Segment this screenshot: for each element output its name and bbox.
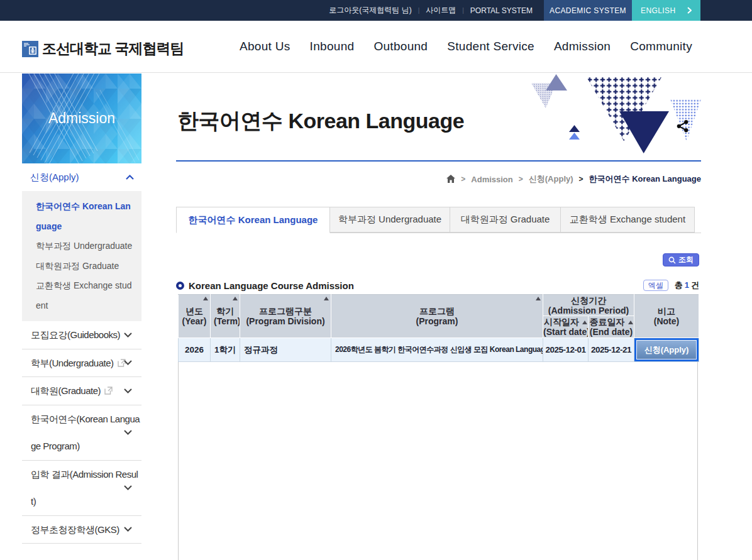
search-icon bbox=[668, 256, 676, 264]
sidebar-item-korean-language-program[interactable]: 한국어연수(Korean Language Program) bbox=[22, 405, 141, 461]
list-title: Korean Language Course Admission bbox=[189, 280, 354, 291]
sort-asc-icon[interactable] bbox=[628, 321, 633, 324]
university-emblem-icon bbox=[22, 41, 38, 57]
chevron-down-icon bbox=[124, 332, 132, 338]
header-cell-text: 학기(Term) bbox=[211, 306, 240, 326]
nav-outbound[interactable]: Outbound bbox=[373, 40, 428, 53]
chevron-down-icon bbox=[124, 388, 132, 393]
cell-term: 1학기 bbox=[211, 338, 240, 362]
cell-division: 정규과정 bbox=[240, 338, 331, 362]
total-count: 총1건 bbox=[675, 280, 699, 291]
header-cell-text: 신청기간(Admission Period) bbox=[543, 295, 634, 316]
breadcrumb-separator: > bbox=[519, 175, 523, 184]
excel-button[interactable]: 엑셀 bbox=[643, 280, 668, 291]
search-button-label: 조회 bbox=[678, 255, 694, 265]
academic-system-button[interactable]: ACADEMIC SYSTEM bbox=[544, 0, 632, 21]
sidebar-submenu: 한국어연수 Korean Language 학부과정 Undergraduate… bbox=[22, 191, 141, 321]
portal-system-link[interactable]: PORTAL SYSTEM bbox=[464, 0, 539, 21]
sidebar-apply-label: 신청(Apply) bbox=[30, 172, 79, 184]
tab-korean-language[interactable]: 한국어연수 Korean Language bbox=[176, 207, 330, 233]
sidebar-item-undergraduate[interactable]: 학부(Undergraduate) bbox=[22, 349, 141, 378]
nav-community[interactable]: Community bbox=[630, 40, 692, 53]
sort-asc-icon[interactable] bbox=[203, 297, 208, 300]
page-title: 한국어연수 Korean Language bbox=[177, 107, 464, 136]
nav-inbound[interactable]: Inbound bbox=[310, 40, 355, 53]
list-header: Korean Language Course Admission 엑셀 총1건 bbox=[176, 280, 699, 291]
breadcrumb-separator: > bbox=[579, 175, 583, 184]
breadcrumb: > Admission > 신청(Apply) > 한국어연수 Korean L… bbox=[446, 173, 701, 185]
submenu-exchange-student[interactable]: 교환학생 Exchange student bbox=[36, 276, 133, 316]
submenu-undergraduate[interactable]: 학부과정 Undergraduate bbox=[36, 236, 133, 256]
home-icon[interactable] bbox=[446, 175, 455, 183]
sidebar-item-apply[interactable]: 신청(Apply) bbox=[22, 163, 141, 191]
title-underline bbox=[176, 160, 701, 162]
results-table: 년도(Year) 학기(Term) 프로그램구분(Program Divisio… bbox=[178, 294, 699, 362]
tab-exchange-student[interactable]: 교환학생 Exchange student bbox=[561, 207, 695, 233]
header-cell-text: 시작일자(Start date) bbox=[543, 317, 588, 337]
cell-end-date: 2025-12-21 bbox=[589, 338, 634, 362]
cell-year: 2026 bbox=[179, 338, 211, 362]
logout-link[interactable]: 로그아웃(국제협력팀 님) bbox=[323, 0, 417, 21]
sidebar-banner: Admission bbox=[22, 74, 141, 163]
col-year: 년도(Year) bbox=[179, 295, 211, 338]
top-utility-bar: 로그아웃(국제협력팀 님) | 사이트맵 | PORTAL SYSTEM ACA… bbox=[0, 0, 752, 21]
col-division: 프로그램구분(Program Division) bbox=[240, 295, 331, 338]
results-grid: 년도(Year) 학기(Term) 프로그램구분(Program Divisio… bbox=[178, 294, 698, 560]
col-end-date: 종료일자(End date) bbox=[589, 316, 634, 338]
chevron-up-icon bbox=[126, 175, 134, 180]
submenu-graduate[interactable]: 대학원과정 Graduate bbox=[36, 256, 133, 277]
header-cell-text: 프로그램구분(Program Division) bbox=[240, 306, 331, 326]
col-admission-period: 신청기간(Admission Period) bbox=[543, 295, 634, 316]
chevron-down-icon bbox=[124, 485, 132, 490]
cell-start-date: 2025-12-01 bbox=[543, 338, 589, 362]
bullet-icon bbox=[176, 282, 184, 290]
breadcrumb-apply[interactable]: 신청(Apply) bbox=[529, 173, 573, 185]
logo-text: 조선대학교 국제협력팀 bbox=[42, 39, 184, 58]
col-term: 학기(Term) bbox=[211, 295, 240, 338]
col-note: 비고(Note) bbox=[634, 295, 699, 338]
search-button[interactable]: 조회 bbox=[663, 253, 699, 266]
sidebar: Admission 신청(Apply) 한국어연수 Korean Languag… bbox=[22, 74, 141, 544]
nav-admission[interactable]: Admission bbox=[554, 40, 611, 53]
table-row: 2026 1학기 정규과정 2026학년도 봄학기 한국어연수과정 신입생 모집… bbox=[179, 338, 699, 362]
breadcrumb-separator: > bbox=[461, 175, 465, 184]
sidebar-item-graduate[interactable]: 대학원(Graduate) bbox=[22, 377, 141, 405]
nav-student-service[interactable]: Student Service bbox=[447, 40, 534, 53]
sort-asc-icon[interactable] bbox=[324, 297, 329, 300]
tab-graduate[interactable]: 대학원과정 Graduate bbox=[450, 207, 561, 233]
tab-undergraduate[interactable]: 학부과정 Undergraduate bbox=[330, 207, 450, 233]
sort-asc-icon[interactable] bbox=[233, 297, 238, 300]
breadcrumb-admission[interactable]: Admission bbox=[471, 175, 512, 184]
sidebar-item-gks[interactable]: 정부초청장학생(GKS) bbox=[22, 516, 141, 544]
site-logo[interactable]: 조선대학교 국제협력팀 bbox=[22, 39, 184, 58]
page: 로그아웃(국제협력팀 님) | 사이트맵 | PORTAL SYSTEM ACA… bbox=[0, 0, 752, 560]
total-count-number: 1 bbox=[685, 280, 689, 290]
sitemap-link[interactable]: 사이트맵 bbox=[419, 0, 462, 21]
cell-program[interactable]: 2026학년도 봄학기 한국어연수과정 신입생 모집 Korean Langua… bbox=[331, 338, 543, 362]
nav-about-us[interactable]: About Us bbox=[240, 40, 290, 53]
cell-note: 신청(Apply) bbox=[634, 338, 699, 362]
triangle-decoration bbox=[531, 74, 701, 155]
apply-button[interactable]: 신청(Apply) bbox=[634, 338, 699, 361]
submenu-korean-language[interactable]: 한국어연수 Korean Language bbox=[36, 197, 133, 236]
english-button[interactable]: ENGLISH bbox=[632, 0, 700, 21]
header-cell-text: 비고(Note) bbox=[634, 306, 699, 326]
header-cell-text: 종료일자(End date) bbox=[589, 317, 634, 337]
list-header-right: 엑셀 총1건 bbox=[643, 280, 699, 291]
english-label: ENGLISH bbox=[641, 6, 675, 15]
sidebar-banner-title: Admission bbox=[22, 74, 141, 163]
col-start-date: 시작일자(Start date) bbox=[543, 316, 589, 338]
breadcrumb-current: 한국어연수 Korean Language bbox=[589, 173, 701, 185]
header-cell-text: 프로그램(Program) bbox=[331, 306, 543, 326]
share-icon[interactable] bbox=[676, 119, 690, 133]
chevron-down-icon bbox=[124, 360, 132, 365]
sidebar-item-admission-result[interactable]: 입학 결과(Admission Result) bbox=[22, 461, 141, 516]
chevron-down-icon bbox=[124, 527, 132, 532]
sort-asc-icon[interactable] bbox=[536, 297, 541, 300]
sidebar-item-guidebooks[interactable]: 모집요강(Guidebooks) bbox=[22, 321, 141, 349]
chevron-right-icon bbox=[687, 7, 692, 14]
site-header: 조선대학교 국제협력팀 About Us Inbound Outbound St… bbox=[0, 21, 752, 73]
global-nav: About Us Inbound Outbound Student Servic… bbox=[240, 21, 692, 72]
chevron-down-icon bbox=[124, 430, 132, 435]
sort-asc-icon[interactable] bbox=[582, 321, 587, 324]
